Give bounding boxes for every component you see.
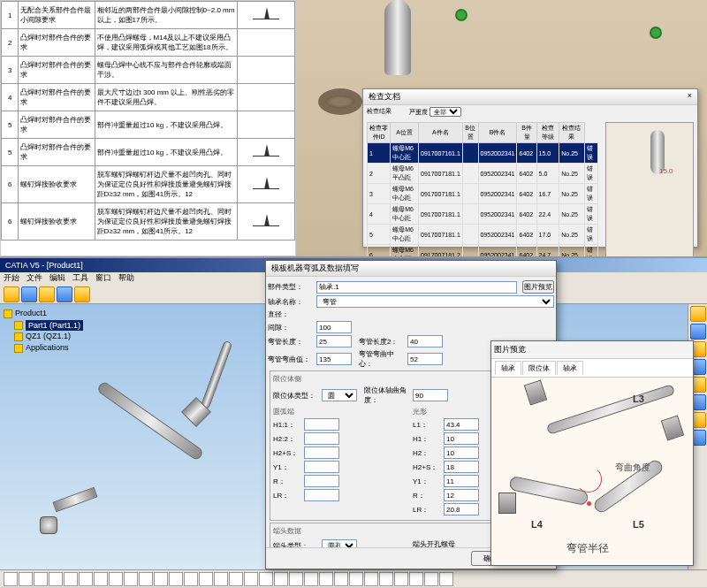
dialog-title-text: 检查文档 [369, 91, 400, 103]
part-type-label: 部件类型： [268, 282, 316, 292]
status-tool-icon[interactable] [289, 572, 303, 586]
status-tool-icon[interactable] [154, 572, 168, 586]
diagram-title[interactable]: 图片预览 [491, 341, 693, 359]
light-field-input[interactable] [444, 461, 479, 473]
status-tool-icon[interactable] [169, 572, 183, 586]
dialog-titlebar[interactable]: 检查文档 × [363, 89, 697, 105]
round-field-input[interactable] [304, 475, 339, 487]
menu-item[interactable]: 文件 [27, 273, 42, 282]
center-input[interactable] [407, 353, 443, 365]
light-field-label: LR： [413, 505, 444, 515]
close-icon[interactable]: × [688, 91, 692, 103]
part-icon [14, 321, 23, 330]
status-tool-icon[interactable] [4, 572, 18, 586]
param-dialog-title[interactable]: 模板机器弯弧及数据填写 [266, 261, 556, 277]
grid-header[interactable]: 检查结果 [559, 123, 584, 143]
status-tool-icon[interactable] [34, 572, 48, 586]
part-type-input[interactable] [316, 281, 517, 294]
status-tool-icon[interactable] [304, 572, 318, 586]
print-icon[interactable] [57, 286, 72, 302]
light-field-input[interactable] [444, 447, 479, 459]
round-field-input[interactable] [304, 418, 339, 431]
spec-table: 1 无配合关系部件合件最小间隙要求 相邻近的两部件合件最小间隙控制0~2.0 m… [1, 1, 295, 241]
status-tool-icon[interactable] [199, 572, 213, 586]
status-tool-icon[interactable] [19, 572, 33, 586]
status-tool-icon[interactable] [274, 572, 288, 586]
status-tool-icon[interactable] [244, 572, 258, 586]
status-tool-icon[interactable] [364, 572, 378, 586]
light-field-label: H1： [413, 434, 444, 444]
tree-item[interactable]: Part1 (Part1.1) [14, 320, 83, 332]
pipe-segment [52, 487, 97, 512]
status-tool-icon[interactable] [184, 572, 198, 586]
grid-row[interactable]: 5螺母M6中心距0917007181.10952002341640217.0No… [368, 225, 598, 245]
status-tool-icon[interactable] [349, 572, 363, 586]
tool-icon[interactable] [690, 324, 706, 340]
status-tool-icon[interactable] [409, 572, 423, 586]
grid-row[interactable]: 2螺母M6平凸距0917007181.1095200234164025.0No.… [368, 164, 598, 184]
row-number: 6 [2, 203, 19, 241]
diagram-tab[interactable]: 轴承 [495, 361, 521, 375]
menu-item[interactable]: 开始 [4, 273, 19, 282]
grid-header[interactable]: 检查零件ID [368, 123, 391, 143]
gap-input[interactable] [316, 321, 352, 333]
geom-type-select[interactable]: 圆 [322, 389, 357, 401]
bend-angle-input[interactable] [413, 389, 448, 401]
status-tool-icon[interactable] [94, 572, 108, 586]
bent-pipe-model[interactable] [35, 340, 283, 552]
status-tool-icon[interactable] [424, 572, 438, 586]
grid-header[interactable]: A位置 [391, 123, 419, 143]
status-tool-icon[interactable] [229, 572, 243, 586]
diagram-tab[interactable]: 轴承 [557, 361, 583, 375]
grid-header[interactable]: B位置 [462, 123, 478, 143]
grid-row[interactable]: 1螺母M6中心距0917007161.10952002341640215.0No… [368, 143, 598, 164]
status-tool-icon[interactable] [139, 572, 153, 586]
menu-item[interactable]: 编辑 [49, 273, 65, 282]
save-icon[interactable] [39, 286, 55, 302]
diagram-end [498, 493, 516, 514]
len-input[interactable] [316, 335, 352, 347]
round-field-input[interactable] [304, 461, 339, 473]
status-tool-icon[interactable] [49, 572, 63, 586]
status-tool-icon[interactable] [124, 572, 138, 586]
grid-row[interactable]: 3螺母M6中心距0917007181.10952002341640216.7No… [368, 184, 598, 204]
status-tool-icon[interactable] [79, 572, 93, 586]
status-tool-icon[interactable] [379, 572, 393, 586]
grid-row[interactable]: 4螺母M6中心距0917007181.10952002341640222.4No… [368, 204, 598, 225]
status-tool-icon[interactable] [259, 572, 273, 586]
spec-desc: 脱车螺钉焊螺钉杆边尺量不超凹肉孔、同时为保证定位良好性和焊接质量避免螺钉焊接距D… [95, 166, 238, 203]
light-field-input[interactable] [444, 432, 479, 445]
cut-icon[interactable] [74, 286, 90, 302]
status-tool-icon[interactable] [394, 572, 408, 586]
menu-item[interactable]: 工具 [72, 273, 88, 282]
grid-header[interactable]: B件量 [517, 123, 536, 143]
end-type-select[interactable]: 圆孔端头 [322, 539, 357, 547]
status-tool-icon[interactable] [214, 572, 228, 586]
status-tool-icon[interactable] [319, 572, 333, 586]
status-tool-icon[interactable] [439, 572, 453, 586]
status-tool-icon[interactable] [64, 572, 78, 586]
preview-button[interactable]: 图片预览 [522, 280, 554, 294]
light-field-input[interactable] [444, 418, 479, 431]
severity-select[interactable]: 全部 [430, 107, 461, 117]
menu-item[interactable]: 窗口 [95, 273, 111, 282]
diagram-tab[interactable]: 限位体 [522, 361, 556, 375]
light-field-input[interactable] [444, 503, 479, 515]
status-tool-icon[interactable] [334, 572, 348, 586]
round-field-input[interactable] [304, 432, 339, 445]
status-tool-icon[interactable] [109, 572, 123, 586]
open-icon[interactable] [21, 286, 37, 302]
light-field-input[interactable] [444, 489, 479, 501]
name-select[interactable]: 弯管 [316, 295, 554, 308]
tool-icon[interactable] [690, 306, 706, 322]
new-icon[interactable] [4, 286, 19, 302]
radius-input[interactable] [316, 353, 352, 365]
round-field-input[interactable] [304, 489, 339, 501]
grid-header[interactable]: 检查等级 [536, 123, 559, 143]
round-field-input[interactable] [304, 447, 339, 459]
grid-header[interactable]: B件名 [478, 123, 517, 143]
menu-item[interactable]: 帮助 [118, 273, 134, 282]
light-field-input[interactable] [444, 475, 479, 487]
len2-input[interactable] [407, 335, 443, 347]
grid-header[interactable]: A件名 [419, 123, 463, 143]
